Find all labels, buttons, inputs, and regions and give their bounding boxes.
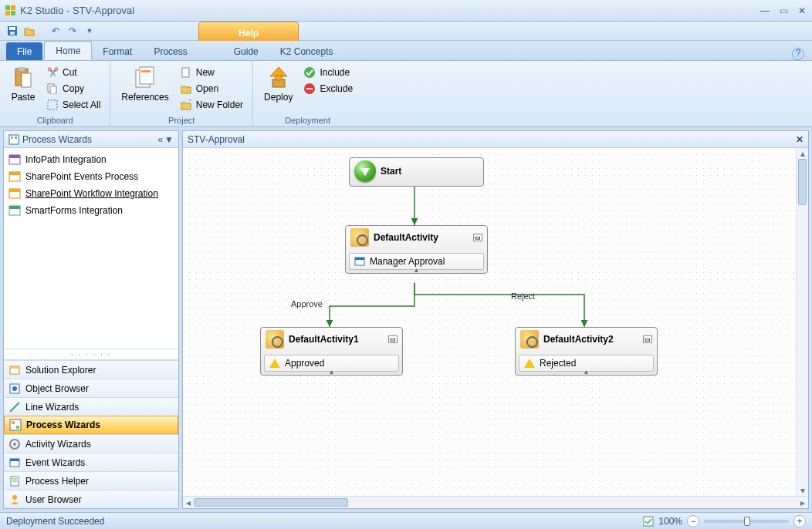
gear-icon xyxy=(350,228,369,247)
references-button[interactable]: References xyxy=(118,64,171,104)
scroll-thumb[interactable] xyxy=(194,498,348,507)
workflow-lines xyxy=(183,148,785,480)
expand-icon[interactable]: ▭ xyxy=(643,335,652,343)
minimize-button[interactable]: — xyxy=(760,5,770,16)
collapse-arrow-icon[interactable]: ▲ xyxy=(329,369,335,376)
wizard-item[interactable]: SmartForms Integration xyxy=(7,202,175,219)
zoom-slider-knob[interactable] xyxy=(744,517,750,526)
exclude-icon xyxy=(303,83,316,95)
copy-button[interactable]: Copy xyxy=(45,82,102,96)
nav-process-helper[interactable]: Process Helper xyxy=(4,471,178,490)
panel-collapse-icon[interactable]: « xyxy=(157,134,163,145)
svg-line-35 xyxy=(10,403,19,412)
svg-marker-15 xyxy=(270,67,287,76)
nav-object-browser[interactable]: Object Browser xyxy=(4,379,178,397)
new-folder-button[interactable]: *New Folder xyxy=(178,98,245,112)
maximize-button[interactable]: ▭ xyxy=(778,5,789,16)
status-message: Deployment Succeeded xyxy=(6,516,104,527)
scroll-left-icon[interactable]: ◂ xyxy=(183,497,194,508)
svg-rect-47 xyxy=(355,258,364,260)
warning-icon xyxy=(524,358,535,369)
canvas-tab-title: STV-Approval xyxy=(188,134,245,145)
scroll-thumb[interactable] xyxy=(798,159,807,205)
collapse-arrow-icon[interactable]: ▲ xyxy=(414,267,420,274)
svg-point-40 xyxy=(13,443,16,446)
tab-k2concepts[interactable]: K2 Concepts xyxy=(269,42,344,60)
title-bar: K2 Studio - STV-Approval — ▭ ✕ xyxy=(0,0,812,22)
references-icon xyxy=(133,66,157,90)
svg-rect-8 xyxy=(48,100,57,110)
status-indicator-icon xyxy=(643,516,654,527)
zoom-in-button[interactable]: + xyxy=(793,515,806,527)
nav-event-wizards[interactable]: Event Wizards xyxy=(4,453,178,471)
tab-guide[interactable]: Guide xyxy=(223,42,269,60)
wizard-item[interactable]: SharePoint Workflow Integration xyxy=(7,185,175,202)
close-button[interactable]: ✕ xyxy=(797,5,807,16)
copy-icon xyxy=(46,83,59,95)
tab-process[interactable]: Process xyxy=(143,42,198,60)
svg-point-34 xyxy=(12,386,17,391)
expand-icon[interactable]: ▭ xyxy=(388,335,398,343)
new-icon xyxy=(180,66,192,79)
expand-icon[interactable]: ▭ xyxy=(473,234,482,241)
include-button[interactable]: Include xyxy=(302,66,354,79)
qat-redo-icon[interactable]: ↷ xyxy=(66,25,79,37)
qat-undo-icon[interactable]: ↶ xyxy=(49,25,62,37)
paste-button[interactable]: Paste xyxy=(8,64,39,104)
deploy-button[interactable]: Deploy xyxy=(261,64,296,104)
group-deployment-label: Deployment xyxy=(261,114,354,125)
cut-button[interactable]: ✂️Cut xyxy=(45,66,102,79)
select-all-button[interactable]: Select All xyxy=(45,98,102,112)
task-icon xyxy=(354,256,365,267)
tab-file[interactable]: File xyxy=(6,42,42,60)
horizontal-scrollbar[interactable]: ◂ ▸ xyxy=(183,496,808,508)
scroll-down-icon[interactable]: ▾ xyxy=(797,485,808,496)
nav-activity-wizards[interactable]: Activity Wizards xyxy=(4,434,178,453)
exclude-button[interactable]: Exclude xyxy=(302,82,354,96)
nav-solution-explorer[interactable]: Solution Explorer xyxy=(4,360,178,379)
vertical-scrollbar[interactable]: ▴ ▾ xyxy=(796,148,808,496)
canvas-area[interactable]: Approve Reject Start DefaultActivity▭ Ma… xyxy=(183,148,808,496)
node-default-activity2[interactable]: DefaultActivity2▭ Rejected ▲ xyxy=(515,327,658,376)
canvas-close-icon[interactable]: ✕ xyxy=(796,134,804,145)
line-label-reject: Reject xyxy=(511,291,535,301)
help-icon[interactable]: ? xyxy=(792,48,804,60)
panel-dropdown-icon[interactable]: ▼ xyxy=(164,134,174,145)
tab-home[interactable]: Home xyxy=(44,41,92,60)
left-panel: Process Wizards « ▼ InfoPath Integration… xyxy=(3,130,179,509)
qat-dropdown-icon[interactable]: ▼ xyxy=(83,25,96,37)
wizard-list: InfoPath Integration SharePoint Events P… xyxy=(4,148,178,222)
node-default-activity[interactable]: DefaultActivity▭ Manager Approval ▲ xyxy=(345,225,488,274)
collapse-arrow-icon[interactable]: ▲ xyxy=(584,369,590,376)
svg-rect-2 xyxy=(10,32,15,35)
wizard-header-icon xyxy=(8,134,19,145)
node-start[interactable]: Start xyxy=(349,157,484,187)
left-panel-title: Process Wizards xyxy=(22,134,92,145)
ribbon: Paste ✂️Cut Copy Select All Clipboard Re… xyxy=(0,61,812,127)
scroll-right-icon[interactable]: ▸ xyxy=(797,497,808,508)
qat-save-icon[interactable] xyxy=(6,25,19,37)
scroll-up-icon[interactable]: ▴ xyxy=(797,148,808,159)
svg-rect-26 xyxy=(9,172,20,175)
nav-line-wizards[interactable]: Line Wizards xyxy=(4,397,178,416)
nav-user-browser[interactable]: User Browser xyxy=(4,490,178,508)
nav-process-wizards[interactable]: Process Wizards xyxy=(4,416,178,434)
qat-open-icon[interactable] xyxy=(23,25,36,37)
open-icon xyxy=(180,83,192,95)
zoom-out-button[interactable]: − xyxy=(687,515,699,527)
include-icon xyxy=(303,66,316,79)
svg-rect-7 xyxy=(50,86,56,94)
new-button[interactable]: New xyxy=(178,66,245,79)
tab-format[interactable]: Format xyxy=(92,42,143,60)
zoom-slider[interactable] xyxy=(704,520,789,523)
wizard-item[interactable]: SharePoint Events Process xyxy=(7,168,175,185)
svg-rect-42 xyxy=(10,459,19,461)
panel-splitter[interactable]: · · · · · · xyxy=(4,349,178,360)
new-folder-icon: * xyxy=(180,99,192,111)
svg-rect-38 xyxy=(16,426,19,429)
quick-access-toolbar: ↶ ↷ ▼ xyxy=(0,22,812,41)
open-button[interactable]: Open xyxy=(178,82,245,96)
svg-rect-24 xyxy=(9,155,20,158)
node-default-activity1[interactable]: DefaultActivity1▭ Approved ▲ xyxy=(260,327,403,376)
wizard-item[interactable]: InfoPath Integration xyxy=(7,151,175,168)
